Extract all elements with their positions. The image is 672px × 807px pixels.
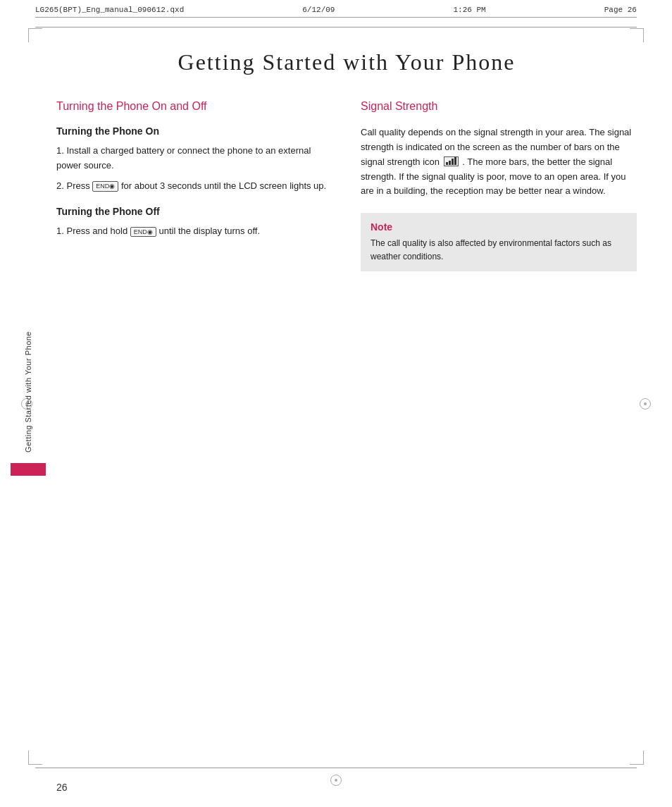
step-2-on-text-before: Press bbox=[66, 180, 89, 191]
signal-bars bbox=[444, 156, 459, 166]
left-section-heading: Turning the Phone On and Off bbox=[56, 100, 332, 113]
sidebar-tab bbox=[11, 463, 46, 476]
step-1-on-number: 1. bbox=[56, 145, 66, 156]
header-date: 6/12/09 bbox=[302, 6, 335, 14]
step-1-on: 1. Install a charged battery or connect … bbox=[56, 144, 332, 173]
page-title: Getting Started with Your Phone bbox=[56, 49, 637, 75]
step-2-on-number: 2. bbox=[56, 180, 66, 191]
end-button-icon-hold: END◉ bbox=[130, 227, 156, 238]
note-text: The call quality is also affected by env… bbox=[371, 237, 627, 263]
header-bar: LG265(BPT)_Eng_manual_090612.qxd 6/12/09… bbox=[35, 6, 637, 18]
page-number: 26 bbox=[56, 782, 68, 793]
signal-bar-2 bbox=[449, 161, 451, 165]
header-filename: LG265(BPT)_Eng_manual_090612.qxd bbox=[35, 6, 184, 14]
step-1-off-number: 1. bbox=[56, 226, 66, 236]
footer-line bbox=[35, 768, 637, 768]
header-page: Page 26 bbox=[604, 6, 637, 14]
step-2-on: 2. Press END◉ for about 3 seconds until … bbox=[56, 179, 332, 194]
signal-bar-3 bbox=[452, 159, 454, 165]
step-1-off-text-before: Press and hold bbox=[66, 226, 127, 236]
sidebar: Getting Started with Your Phone bbox=[0, 0, 56, 807]
turning-on-heading: Turning the Phone On bbox=[56, 125, 332, 137]
reg-circle-bottom bbox=[330, 775, 342, 786]
note-title: Note bbox=[371, 221, 627, 233]
note-box: Note The call quality is also affected b… bbox=[361, 213, 637, 271]
turning-off-heading: Turning the Phone Off bbox=[56, 206, 332, 217]
signal-strength-icon bbox=[444, 155, 459, 170]
header-line bbox=[35, 27, 637, 27]
step-1-off-text-after: until the display turns off. bbox=[158, 226, 260, 236]
left-column: Turning the Phone On and Off Turning the… bbox=[56, 100, 332, 271]
step-2-on-text-after: for about 3 seconds until the LCD screen… bbox=[121, 180, 326, 191]
signal-bar-4 bbox=[454, 157, 456, 165]
signal-strength-body: Call quality depends on the signal stren… bbox=[361, 125, 637, 199]
end-button-icon-press: END◉ bbox=[92, 181, 118, 192]
main-content: Getting Started with Your Phone Turning … bbox=[56, 35, 637, 758]
step-1-off: 1. Press and hold END◉ until the display… bbox=[56, 224, 332, 239]
right-section-heading: Signal Strength bbox=[361, 100, 637, 113]
right-column: Signal Strength Call quality depends on … bbox=[361, 100, 637, 271]
step-1-on-text: Install a charged battery or connect the… bbox=[56, 145, 311, 171]
sidebar-text: Getting Started with Your Phone bbox=[24, 331, 32, 452]
reg-circle-right bbox=[640, 398, 651, 409]
signal-bar-1 bbox=[446, 162, 448, 165]
two-column-layout: Turning the Phone On and Off Turning the… bbox=[56, 100, 637, 271]
header-time: 1:26 PM bbox=[454, 6, 486, 14]
